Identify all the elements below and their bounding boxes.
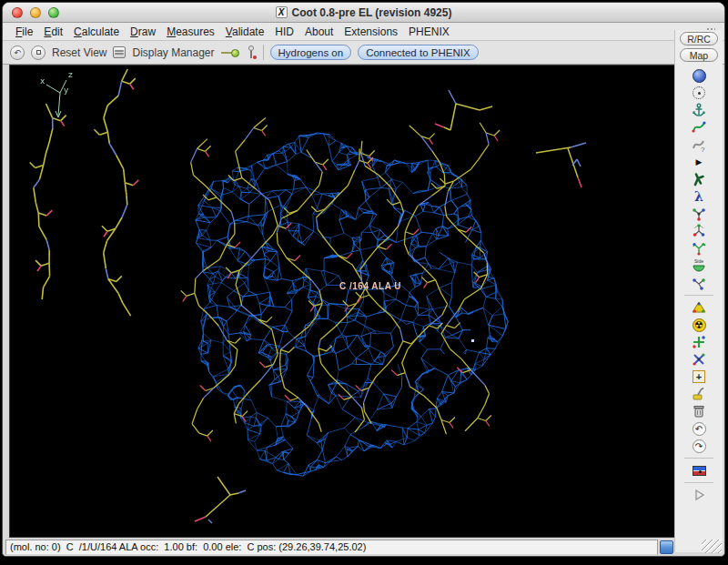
window-title-text: Coot 0.8-pre EL (revision 4925) [292,6,452,19]
add-alt-conf-icon[interactable] [690,351,708,368]
window-resize-grip[interactable] [702,540,722,553]
anchor-icon[interactable] [690,102,708,118]
clear-pending-picks-icon[interactable] [690,386,708,402]
side-toolbar: R/RC Map ?▶λSide☢+↶↷ [674,30,723,552]
status-blue-thumb[interactable] [660,540,673,554]
zoom-button[interactable] [48,7,59,18]
toolbar-separator [263,45,264,60]
window-title: X Coot 0.8-pre EL (revision 4925) [3,6,724,19]
menu-phenix[interactable]: PHENIX [403,25,455,38]
display-manager-button[interactable]: Display Manager [132,46,214,59]
crosshair-circle-icon[interactable] [690,85,708,101]
gl-viewport[interactable]: C /164 ALA U [9,65,675,538]
svg-text:Side: Side [694,258,703,264]
svg-text:?: ? [701,146,705,153]
status-bar: (mol. no: 0) C /1/U/164 ALA occ: 1.00 bf… [5,540,658,555]
delete-icon[interactable] [690,403,708,419]
reset-view-button[interactable]: Reset View [52,46,106,59]
simple-mutate-icon[interactable]: ☢ [690,317,708,333]
main-area: C /164 ALA U [3,65,724,538]
menu-draw[interactable]: Draw [125,25,161,38]
map-button[interactable]: Map [680,48,718,62]
edit-chi-angles-icon[interactable] [690,223,708,239]
side-chain-180-flip-icon[interactable]: Side [690,257,708,274]
run-refmac-icon[interactable] [690,462,708,479]
rotate-translate-icon[interactable] [690,171,708,187]
display-manager-icon [113,46,126,58]
picked-atom-label: C /164 ALA U [339,281,401,291]
side-toolbar-separator [684,458,713,459]
menu-hid[interactable]: HID [269,25,299,38]
place-atom-icon[interactable]: + [690,368,708,385]
run-script-icon[interactable] [690,487,708,503]
menu-validate[interactable]: Validate [220,25,270,38]
back-view-button[interactable]: ↶ [10,45,25,60]
validation-figure-icon[interactable] [246,45,257,59]
close-button[interactable] [12,7,23,18]
x11-icon: X [276,6,288,18]
center-square-icon [36,50,41,55]
mutate-autofit-icon[interactable] [690,299,708,316]
regularize-icon[interactable]: ? [690,136,708,153]
redo-icon[interactable]: ↷ [690,438,708,454]
undo-icon[interactable]: ↶ [690,420,708,437]
menu-calculate[interactable]: Calculate [68,25,125,38]
main-toolbar: ↶ Reset View Display Manager Hydrogens o… [3,41,724,65]
menu-extensions[interactable]: Extensions [339,25,403,38]
auto-fit-rotamer-icon[interactable]: λ [690,188,708,205]
torsion-general-icon[interactable] [690,240,708,257]
green-ball-stick-icon[interactable] [221,48,239,57]
rigid-body-fit-icon[interactable]: ▶ [690,154,708,170]
add-terminal-residue-icon[interactable] [690,334,708,350]
rotamers-icon[interactable] [690,206,708,222]
rrc-button[interactable]: R/RC [680,32,718,45]
side-toolbar-separator [684,482,713,483]
minimize-button[interactable] [30,7,41,18]
gl-canvas[interactable] [10,66,674,536]
flip-peptide-icon[interactable] [690,275,708,291]
hydrogens-toggle-button[interactable]: Hydrogens on [270,45,352,60]
stop-center-button[interactable] [31,45,46,60]
menu-edit[interactable]: Edit [38,25,68,38]
menu-measures[interactable]: Measures [161,25,220,38]
menu-about[interactable]: About [299,25,339,38]
side-toolbar-icons: ?▶λSide☢+↶↷ [684,67,713,503]
side-toolbar-separator [684,295,713,296]
coot-window: X Coot 0.8-pre EL (revision 4925) FileEd… [2,2,725,557]
menu-bar: FileEditCalculateDrawMeasuresValidateHID… [3,23,724,41]
title-bar[interactable]: X Coot 0.8-pre EL (revision 4925) [3,3,724,23]
recentre-sphere-icon[interactable] [690,67,708,84]
menu-file[interactable]: File [10,25,38,38]
status-row: (mol. no: 0) C /1/U/164 ALA occ: 1.00 bf… [3,538,724,556]
traffic-lights [12,7,59,18]
phenix-connection-button[interactable]: Connected to PHENIX [358,45,478,60]
real-space-refine-icon[interactable] [690,119,708,136]
back-arrow-icon: ↶ [14,48,21,57]
